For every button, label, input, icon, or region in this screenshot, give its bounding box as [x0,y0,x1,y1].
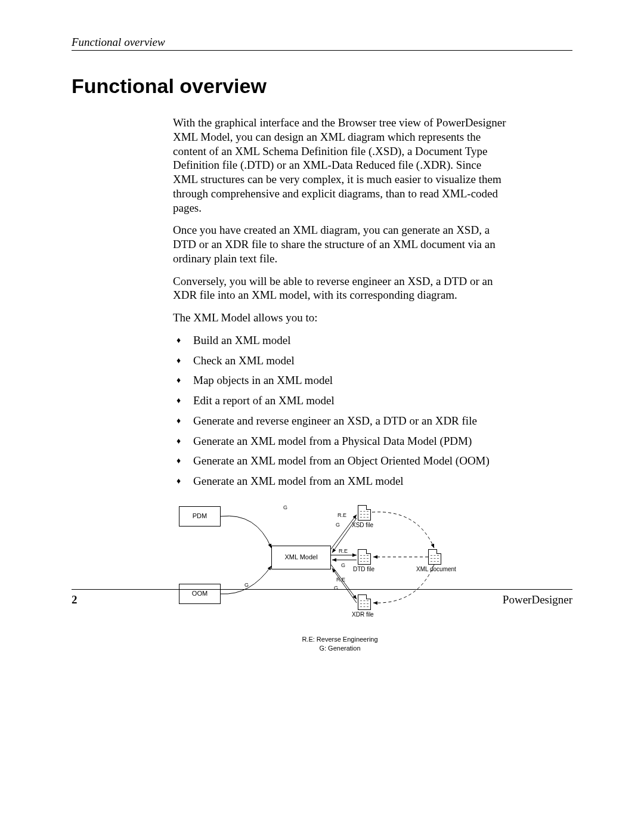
diagram-label-xsd: XSD file [352,522,373,529]
list-item: Check an XML model [173,354,507,368]
edge-label: G [244,582,249,588]
list-item: Edit a report of an XML model [173,394,507,408]
list-item: Generate an XML model from an XML model [173,474,507,488]
diagram-node-center: XML Model [271,546,331,569]
diagram: PDM OOM XML Model XSD file DTD file XDR … [173,500,507,653]
list-item: Generate and reverse engineer an XSD, a … [173,414,507,428]
product-name: PowerDesigner [503,593,572,606]
paragraph: The XML Model allows you to: [173,311,507,325]
edge-label: R.E [338,512,346,518]
running-header: Functional overview [72,36,572,51]
diagram-legend: R.E: Reverse Engineering G: Generation [173,635,507,653]
page-number: 2 [72,593,78,606]
file-icon [358,505,371,521]
file-icon [428,549,441,565]
list-item: Map objects in an XML model [173,373,507,388]
section-title: Functional overview [72,75,572,98]
body-block: With the graphical interface and the Bro… [173,116,507,652]
edge-label: G [336,522,340,528]
file-icon [358,549,371,565]
page-footer: 2 PowerDesigner [72,589,572,606]
list-item: Generate an XML model from an Object Ori… [173,454,507,468]
edge-label: R.E [336,577,345,583]
paragraph: Once you have created an XML diagram, yo… [173,223,507,265]
diagram-label-xmldoc: XML document [416,566,456,574]
diagram-label-xdr: XDR file [352,611,374,619]
list-item: Build an XML model [173,333,507,348]
page: Functional overview Functional overview … [0,0,644,652]
legend-line: G: Generation [173,644,507,653]
diagram-node-pdm: PDM [179,506,221,527]
bullet-list: Build an XML model Check an XML model Ma… [173,333,507,488]
paragraph: With the graphical interface and the Bro… [173,116,507,215]
diagram-label-dtd: DTD file [353,566,374,574]
edge-label: R.E [339,548,348,554]
legend-line: R.E: Reverse Engineering [173,635,507,644]
edge-label: G [283,504,287,510]
edge-label: G [341,562,345,568]
list-item: Generate an XML model from a Physical Da… [173,434,507,448]
paragraph: Conversely, you will be able to reverse … [173,274,507,303]
